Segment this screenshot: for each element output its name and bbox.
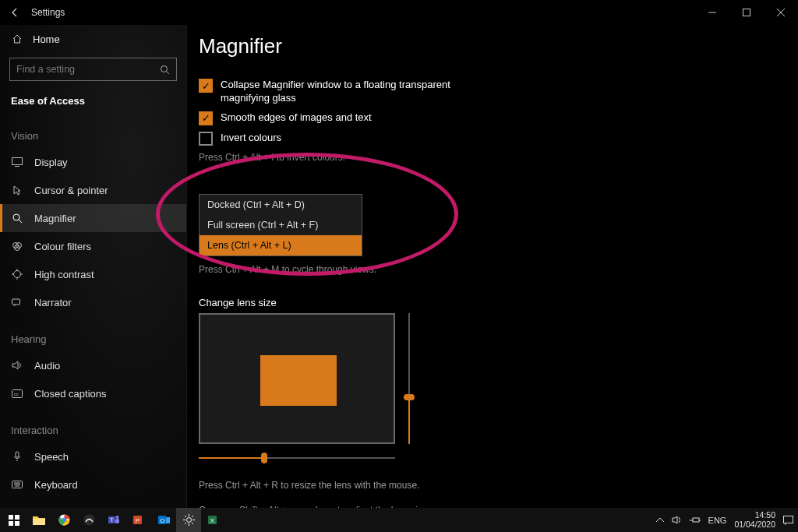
svg-point-11 [14, 271, 21, 278]
window-title: Settings [31, 7, 65, 18]
back-button[interactable] [9, 7, 26, 18]
nav-colour-filters[interactable]: Colour filters [0, 232, 186, 260]
svg-rect-26 [15, 515, 19, 520]
svg-text:X: X [210, 517, 214, 524]
svg-rect-29 [33, 519, 45, 525]
svg-line-49 [185, 523, 186, 524]
group-interaction: Interaction [0, 418, 186, 442]
svg-line-7 [19, 220, 22, 223]
category-title: Ease of Access [0, 89, 186, 113]
svg-text:cc: cc [14, 392, 19, 396]
svg-rect-28 [15, 521, 19, 526]
slider-thumb[interactable] [261, 453, 267, 463]
nav-display[interactable]: Display [0, 148, 186, 176]
view-option-docked[interactable]: Docked (Ctrl + Alt + D) [200, 195, 362, 215]
view-option-full[interactable]: Full screen (Ctrl + Alt + F) [200, 215, 362, 235]
home-link[interactable]: Home [0, 25, 186, 53]
taskbar-powerpoint[interactable]: P [126, 508, 151, 532]
svg-line-3 [167, 71, 170, 74]
invert-hint: Press Ctrl + Alt + I to invert colours. [199, 152, 790, 163]
audio-icon [11, 361, 23, 370]
minimize-button[interactable] [695, 0, 729, 25]
search-box[interactable] [9, 58, 177, 81]
nav-speech[interactable]: Speech [0, 442, 186, 470]
taskbar-explorer[interactable] [26, 508, 51, 532]
sidebar: Home Ease of Access Vision Display Curso… [0, 25, 187, 508]
checkbox-collapse[interactable]: ✓ Collapse Magnifier window to a floatin… [199, 79, 790, 105]
svg-line-50 [192, 516, 193, 517]
svg-rect-16 [12, 299, 20, 305]
taskbar-outlook[interactable]: O [151, 508, 176, 532]
taskbar-chrome[interactable] [51, 508, 76, 532]
high-contrast-icon [11, 269, 23, 280]
colour-filters-icon [11, 241, 23, 252]
svg-rect-1 [743, 9, 750, 16]
nav-narrator[interactable]: Narrator [0, 288, 186, 316]
tray-chevron-icon[interactable] [656, 517, 664, 523]
svg-line-47 [185, 516, 186, 517]
svg-point-42 [186, 518, 191, 523]
magnifier-icon [11, 213, 23, 224]
nav-closed-captions[interactable]: cc Closed captions [0, 379, 186, 407]
slider-thumb[interactable] [404, 394, 415, 400]
svg-rect-41 [166, 517, 170, 523]
check-icon: ✓ [199, 111, 213, 125]
lens-preview [199, 313, 395, 444]
checkbox-invert[interactable]: Invert colours [199, 132, 790, 146]
taskbar-excel[interactable]: X [201, 508, 226, 532]
taskbar-teams[interactable]: T [101, 508, 126, 532]
svg-text:T: T [110, 517, 114, 523]
svg-rect-19 [16, 452, 19, 457]
nav-high-contrast[interactable]: High contrast [0, 260, 186, 288]
view-option-lens[interactable]: Lens (Ctrl + Alt + L) [200, 235, 362, 255]
nav-keyboard[interactable]: Keyboard [0, 470, 186, 499]
svg-point-2 [161, 65, 168, 72]
check-icon [199, 132, 213, 146]
maximize-button[interactable] [729, 0, 764, 25]
start-button[interactable] [2, 508, 26, 532]
tray-language[interactable]: ENG [708, 516, 727, 525]
nav-magnifier[interactable]: Magnifier [0, 204, 186, 232]
group-vision: Vision [0, 124, 186, 148]
view-dropdown[interactable]: Docked (Ctrl + Alt + D) Full screen (Ctr… [199, 194, 362, 256]
narrator-icon [11, 298, 23, 307]
window-controls [695, 0, 798, 25]
speech-icon [11, 451, 23, 462]
tray-volume-icon[interactable] [672, 516, 682, 524]
taskbar: T P O X ENG 14:50 01/04/2020 [0, 508, 798, 532]
checkbox-smooth[interactable]: ✓ Smooth edges of images and text [199, 111, 790, 125]
lens-hint-1: Press Ctrl + Alt + R to resize the lens … [199, 480, 790, 491]
search-input[interactable] [16, 64, 160, 75]
svg-point-32 [83, 515, 94, 526]
lens-rect [260, 355, 337, 406]
nav-audio[interactable]: Audio [0, 351, 186, 379]
tray-action-center-icon[interactable] [783, 516, 793, 525]
close-button[interactable] [764, 0, 798, 25]
lens-height-slider[interactable] [401, 313, 417, 444]
tray-clock[interactable]: 14:50 01/04/2020 [734, 511, 775, 528]
lens-caption: Change lens size [199, 297, 790, 308]
svg-point-6 [13, 214, 19, 220]
search-icon [160, 65, 170, 75]
keyboard-icon [11, 481, 23, 488]
titlebar: Settings [0, 0, 798, 25]
cursor-icon [11, 185, 23, 196]
svg-rect-25 [9, 515, 13, 520]
svg-point-35 [115, 516, 118, 519]
taskbar-settings[interactable] [176, 508, 201, 532]
view-hint: Press Ctrl + Alt + M to cycle through vi… [199, 264, 790, 275]
display-icon [11, 157, 23, 167]
svg-text:P: P [135, 517, 139, 524]
taskbar-app1[interactable] [76, 508, 101, 532]
home-icon [11, 33, 23, 44]
svg-line-48 [192, 523, 193, 524]
group-hearing: Hearing [0, 327, 186, 351]
home-label: Home [33, 33, 60, 45]
svg-text:O: O [160, 517, 164, 524]
system-tray: ENG 14:50 01/04/2020 [656, 508, 798, 532]
page-heading: Magnifier [199, 34, 790, 58]
svg-rect-36 [115, 519, 119, 523]
lens-width-slider[interactable] [199, 450, 395, 466]
nav-cursor-pointer[interactable]: Cursor & pointer [0, 176, 186, 204]
tray-network-icon[interactable] [690, 516, 701, 524]
